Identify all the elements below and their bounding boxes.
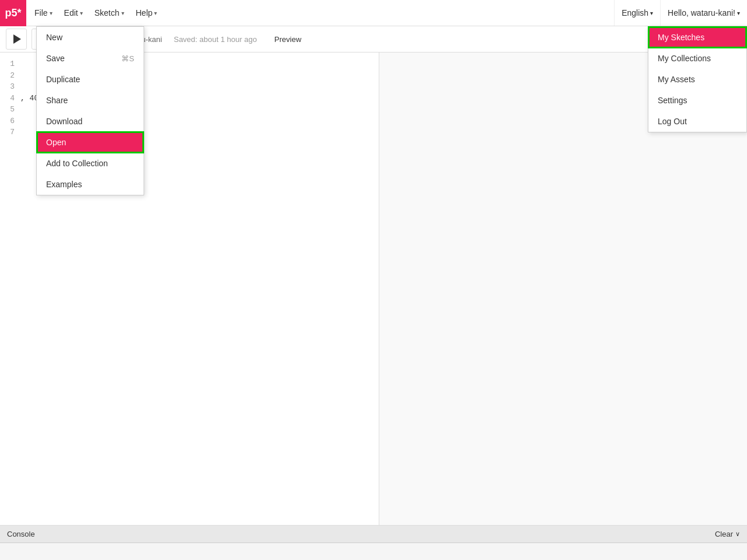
preview-link[interactable]: Preview bbox=[274, 35, 301, 44]
user-dropdown: My Sketches My Collections My Assets Set… bbox=[648, 26, 747, 132]
user-dropdown-my-collections[interactable]: My Collections bbox=[648, 48, 746, 69]
file-menu-duplicate[interactable]: Duplicate bbox=[37, 69, 144, 90]
console-header: Console Clear ∨ bbox=[0, 526, 747, 543]
help-menu-arrow: ▾ bbox=[154, 10, 157, 16]
user-menu[interactable]: Hello, wataru-kani! ▾ My Sketches My Col… bbox=[660, 0, 747, 26]
clear-button[interactable]: Clear ∨ bbox=[715, 530, 740, 538]
nav-menu: File ▾ Edit ▾ Sketch ▾ Help ▾ bbox=[29, 0, 163, 26]
file-menu-add-to-collection[interactable]: Add to Collection bbox=[37, 153, 144, 174]
language-selector[interactable]: English ▾ bbox=[614, 0, 660, 26]
file-menu-open[interactable]: Open bbox=[37, 132, 144, 153]
file-menu-arrow: ▾ bbox=[50, 10, 53, 16]
user-arrow: ▾ bbox=[737, 10, 740, 16]
help-menu[interactable]: Help ▾ bbox=[130, 0, 163, 26]
user-dropdown-my-assets[interactable]: My Assets bbox=[648, 69, 746, 90]
file-menu[interactable]: File ▾ bbox=[29, 0, 58, 26]
user-dropdown-settings[interactable]: Settings bbox=[648, 90, 746, 111]
file-menu-save[interactable]: Save ⌘S bbox=[37, 48, 144, 69]
language-label: English bbox=[622, 8, 648, 18]
file-menu-new[interactable]: New bbox=[37, 27, 144, 48]
file-dropdown: New Save ⌘S Duplicate Share Download Ope… bbox=[36, 26, 144, 195]
file-menu-examples[interactable]: Examples bbox=[37, 174, 144, 195]
logo-text: p5* bbox=[5, 7, 21, 19]
sketch-menu[interactable]: Sketch ▾ bbox=[89, 0, 130, 26]
saved-status: Saved: about 1 hour ago bbox=[174, 35, 257, 44]
p5-logo[interactable]: p5* bbox=[0, 0, 26, 26]
console-body bbox=[0, 543, 747, 560]
sketch-menu-arrow: ▾ bbox=[121, 10, 124, 16]
console-area: Console Clear ∨ bbox=[0, 525, 747, 560]
edit-menu[interactable]: Edit ▾ bbox=[58, 0, 89, 26]
edit-menu-arrow: ▾ bbox=[80, 10, 83, 16]
user-dropdown-my-sketches[interactable]: My Sketches bbox=[648, 27, 746, 48]
user-dropdown-log-out[interactable]: Log Out bbox=[648, 111, 746, 132]
clear-chevron: ∨ bbox=[735, 530, 740, 538]
play-button[interactable] bbox=[6, 29, 27, 50]
nav-right: English ▾ Hello, wataru-kani! ▾ My Sketc… bbox=[614, 0, 747, 26]
play-icon bbox=[13, 34, 21, 44]
file-menu-share[interactable]: Share bbox=[37, 90, 144, 111]
user-label: Hello, wataru-kani! bbox=[668, 8, 735, 18]
file-menu-download[interactable]: Download bbox=[37, 111, 144, 132]
language-arrow: ▾ bbox=[650, 10, 653, 16]
navbar: p5* File ▾ Edit ▾ Sketch ▾ Help ▾ Englis… bbox=[0, 0, 747, 26]
console-label: Console bbox=[7, 530, 35, 538]
